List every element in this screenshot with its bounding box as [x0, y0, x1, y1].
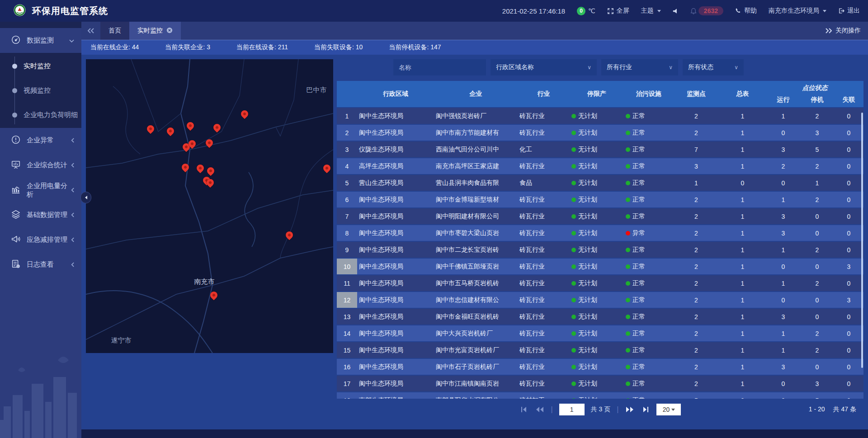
cell-company: 西南油气田分公司川中 — [434, 141, 518, 157]
sidebar-subitem-实时监控[interactable]: 实时监控 — [0, 54, 81, 78]
cell-company: 阆中明阳建材有限公司 — [434, 208, 518, 224]
cell-points: 2 — [674, 275, 719, 291]
notification-count-badge[interactable]: 2632 — [698, 6, 723, 15]
table-row-6[interactable]: 6阆中生态环境局阆中市金博瑞新型墙材砖瓦行业无计划正常21120 — [337, 192, 863, 207]
tab-scroll-left-button[interactable] — [81, 22, 100, 40]
table-row-10[interactable]: 10阆中生态环境局阆中千佛镇五郎垭页岩砖瓦行业无计划正常21003 — [337, 259, 863, 274]
status-dot-icon — [626, 198, 630, 202]
table-row-5[interactable]: 5营山生态环境局营山县润丰肉食品有限食品无计划正常10010 — [337, 175, 863, 191]
cell-points: 2 — [674, 376, 719, 391]
last-page-button[interactable] — [641, 406, 650, 413]
map-collapse-handle[interactable] — [80, 192, 91, 203]
app-logo-icon — [14, 4, 26, 18]
table-row-1[interactable]: 1阆中生态环境局阆中强锐页岩砖厂砖瓦行业无计划正常21120 — [337, 108, 863, 124]
cell-meters: 1 — [719, 208, 766, 224]
map-panel[interactable]: 巴中市南充市遂宁市 — [86, 59, 333, 353]
cell-points: 2 — [674, 225, 719, 241]
cell-run: 3 — [766, 225, 800, 241]
next-page-button[interactable] — [625, 406, 635, 413]
mute-button[interactable] — [673, 8, 679, 14]
page-number-input[interactable] — [559, 404, 585, 415]
cell-facility: 正常 — [624, 275, 674, 291]
cell-run: 0 — [766, 259, 800, 274]
cell-company: 阆中千佛镇五郎垭页岩 — [434, 259, 518, 274]
sidebar-subitem-视频监控[interactable]: 视频监控 — [0, 78, 81, 103]
cell-stop: 2 — [800, 242, 834, 258]
tab-home[interactable]: 首页 — [100, 22, 129, 40]
chevron-left-icon — [71, 211, 74, 219]
logout-button[interactable]: 退出 — [838, 7, 860, 15]
sidebar-subitem-label: 视频监控 — [24, 86, 51, 95]
sidebar-item-emergency-reduction[interactable]: 应急减排管理 — [0, 227, 81, 252]
sidebar-item-enterprise-stats[interactable]: 企业综合统计 — [0, 153, 81, 178]
org-menu-button[interactable]: 南充市生态环境局 — [769, 7, 826, 15]
cell-limit: 无计划 — [570, 309, 624, 325]
tab-realtime-monitor[interactable]: 实时监控 — [129, 22, 181, 40]
table-row-18[interactable]: 18南部生态环境局南部县珉华水泥有限公建材加工无计划正常50050 — [337, 392, 863, 399]
cell-points: 2 — [674, 342, 719, 358]
chart-icon — [11, 184, 21, 196]
prev-page-button[interactable] — [535, 406, 545, 413]
table-row-9[interactable]: 9阆中生态环境局阆中市二龙长宝页岩砖砖瓦行业无计划正常21120 — [337, 242, 863, 258]
table-row-4[interactable]: 4高坪生态环境局南充市高坪区王家店建砖瓦行业无计划正常31220 — [337, 158, 863, 174]
table-row-15[interactable]: 15阆中生态环境局阆中市光富页岩机砖厂砖瓦行业无计划正常21120 — [337, 342, 863, 358]
fullscreen-button[interactable]: 全屏 — [607, 7, 629, 15]
cell-limit-label: 无计划 — [578, 162, 597, 170]
name-filter-input[interactable] — [393, 59, 486, 75]
cell-points: 2 — [674, 325, 719, 341]
status-dot-icon — [571, 298, 576, 302]
sidebar-subitem-企业电力负荷明细[interactable]: 企业电力负荷明细 — [0, 103, 81, 127]
cell-facility-label: 正常 — [632, 363, 645, 371]
cell-run: 0 — [766, 125, 800, 141]
region-filter-select[interactable]: 行政区域名称 ∨ — [491, 59, 597, 75]
cell-facility: 正常 — [624, 158, 674, 174]
sidebar-item-label: 应急减排管理 — [27, 235, 71, 244]
table-row-14[interactable]: 14阆中生态环境局阆中大兴页岩机砖厂砖瓦行业无计划正常21120 — [337, 325, 863, 341]
status-filter-select[interactable]: 所有状态 ∨ — [683, 59, 744, 75]
sidebar-item-power-analysis[interactable]: 企业用电量分析 — [0, 178, 81, 203]
map-roads-decoration — [86, 59, 333, 353]
cell-region: 阆中生态环境局 — [357, 192, 434, 207]
cell-limit-label: 无计划 — [578, 229, 597, 237]
page-size-select[interactable]: 20 — [656, 404, 681, 415]
table-scrollbar[interactable] — [861, 113, 863, 368]
table-row-8[interactable]: 8阆中生态环境局阆中市枣碧大梁山页岩砖瓦行业无计划异常21300 — [337, 225, 863, 241]
cell-region: 高坪生态环境局 — [357, 158, 434, 174]
table-row-7[interactable]: 7阆中生态环境局阆中明阳建材有限公司砖瓦行业无计划正常21300 — [337, 208, 863, 224]
table-row-12[interactable]: 12阆中生态环境局阆中市忠信建材有限公砖瓦行业无计划正常21003 — [337, 292, 863, 308]
notifications[interactable]: 2632 — [690, 6, 723, 15]
cell-company: 阆中市江南镇阆南页岩 — [434, 376, 518, 391]
table-row-13[interactable]: 13阆中生态环境局阆中市金福旺页岩机砖砖瓦行业无计划正常21300 — [337, 309, 863, 325]
cell-lost: 0 — [834, 376, 863, 391]
table-row-17[interactable]: 17阆中生态环境局阆中市江南镇阆南页岩砖瓦行业无计划正常21030 — [337, 376, 863, 391]
industry-filter-select[interactable]: 所有行业 ∨ — [601, 59, 678, 75]
cell-facility-label: 正常 — [632, 162, 645, 170]
sidebar-item-base-data[interactable]: 基础数据管理 — [0, 203, 81, 227]
sidebar-item-enterprise-abnormal[interactable]: 企业异常 — [0, 128, 81, 153]
tab-close-icon[interactable] — [166, 27, 173, 35]
fullscreen-icon — [607, 8, 614, 14]
table-row-11[interactable]: 11阆中生态环境局阆中市五马桥页岩机砖砖瓦行业无计划正常21120 — [337, 275, 863, 291]
cell-company: 阆中市忠信建材有限公 — [434, 292, 518, 308]
cell-company: 阆中市光富页岩机砖厂 — [434, 342, 518, 358]
cell-region: 营山生态环境局 — [357, 175, 434, 191]
cell-stop: 2 — [800, 108, 834, 124]
horn-icon — [11, 234, 21, 245]
table-row-2[interactable]: 2阆中生态环境局阆中市南方节能建材有砖瓦行业无计划正常21030 — [337, 125, 863, 141]
close-operations-button[interactable]: 关闭操作 — [826, 27, 868, 35]
cell-index: 6 — [337, 192, 357, 207]
sidebar-item-log-view[interactable]: 日志查看 — [0, 252, 81, 277]
cell-company: 营山县润丰肉食品有限 — [434, 175, 518, 191]
cell-region: 阆中生态环境局 — [357, 292, 434, 308]
first-page-button[interactable] — [519, 406, 528, 413]
theme-menu-button[interactable]: 主题 — [641, 7, 661, 15]
cell-meters: 1 — [719, 158, 766, 174]
cell-index: 10 — [337, 259, 357, 274]
submenu-dot-icon — [12, 64, 17, 69]
sidebar-item-data-monitor[interactable]: 数据监测 — [0, 28, 81, 53]
cell-meters: 0 — [719, 392, 766, 399]
table-row-3[interactable]: 3仪陇生态环境局西南油气田分公司川中化工无计划正常71350 — [337, 141, 863, 157]
help-button[interactable]: 帮助 — [735, 7, 757, 15]
table-row-16[interactable]: 16阆中生态环境局阆中市石子页岩机砖厂砖瓦行业无计划正常21300 — [337, 359, 863, 375]
cell-facility: 正常 — [624, 325, 674, 341]
